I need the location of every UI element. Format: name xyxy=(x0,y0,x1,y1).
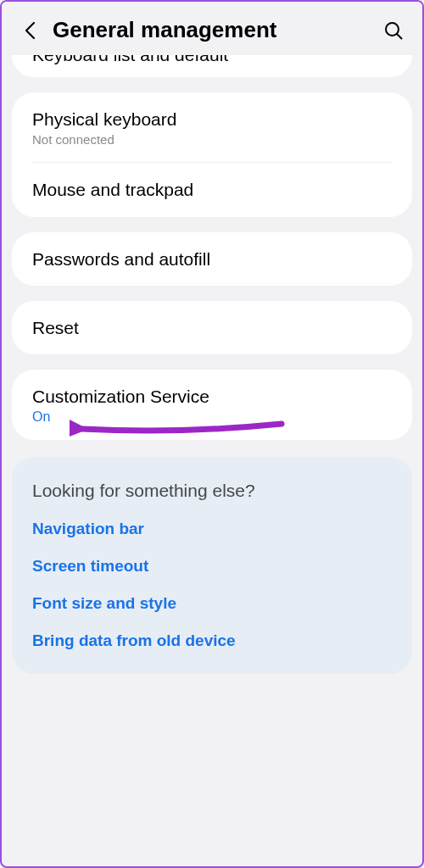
physical-keyboard-item[interactable]: Physical keyboard Not connected xyxy=(12,92,412,162)
content-area: Keyboard list and default Physical keybo… xyxy=(2,55,422,674)
page-title: General management xyxy=(53,17,276,43)
customization-service-subtitle: On xyxy=(32,409,392,425)
card-passwords: Passwords and autofill xyxy=(12,232,412,286)
search-icon[interactable] xyxy=(382,19,405,42)
card-input-devices: Physical keyboard Not connected Mouse an… xyxy=(12,92,412,217)
link-navigation-bar[interactable]: Navigation bar xyxy=(32,520,392,538)
link-screen-timeout[interactable]: Screen timeout xyxy=(32,557,392,576)
mouse-trackpad-title: Mouse and trackpad xyxy=(32,178,392,201)
keyboard-list-item[interactable]: Keyboard list and default xyxy=(32,55,392,65)
reset-item[interactable]: Reset xyxy=(12,301,412,354)
physical-keyboard-subtitle: Not connected xyxy=(32,132,392,147)
mouse-trackpad-item[interactable]: Mouse and trackpad xyxy=(12,163,412,216)
passwords-autofill-title: Passwords and autofill xyxy=(32,248,392,270)
partial-card: Keyboard list and default xyxy=(12,55,412,77)
link-bring-data[interactable]: Bring data from old device xyxy=(32,632,392,650)
physical-keyboard-title: Physical keyboard xyxy=(32,108,392,131)
reset-title: Reset xyxy=(32,316,392,339)
info-card-title: Looking for something else? xyxy=(32,481,392,501)
card-customization: Customization Service On xyxy=(12,370,412,440)
customization-service-item[interactable]: Customization Service On xyxy=(12,370,412,440)
customization-service-title: Customization Service xyxy=(32,385,392,408)
info-card: Looking for something else? Navigation b… xyxy=(12,457,412,674)
link-font-size[interactable]: Font size and style xyxy=(32,594,392,613)
svg-line-1 xyxy=(398,34,402,38)
passwords-autofill-item[interactable]: Passwords and autofill xyxy=(12,232,412,286)
card-reset: Reset xyxy=(12,301,412,354)
back-icon[interactable] xyxy=(19,19,41,42)
header: General management xyxy=(2,2,422,55)
svg-point-0 xyxy=(386,23,399,36)
